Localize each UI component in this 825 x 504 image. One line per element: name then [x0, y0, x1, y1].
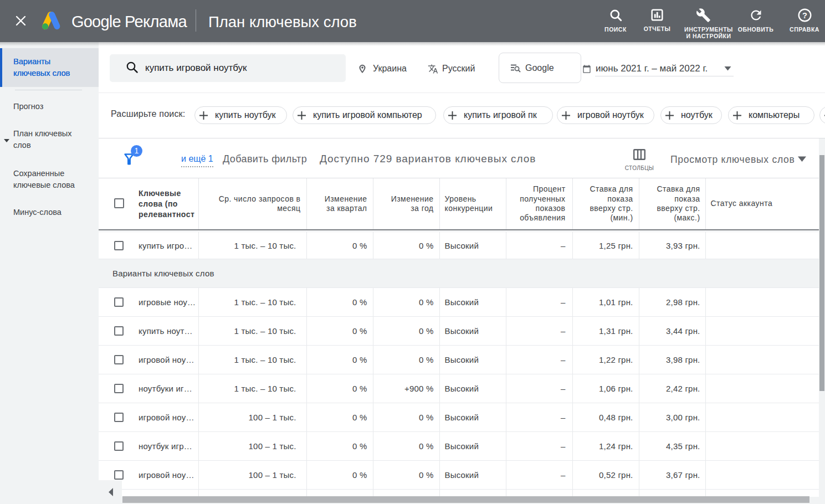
svg-text:?: ?: [802, 11, 807, 20]
